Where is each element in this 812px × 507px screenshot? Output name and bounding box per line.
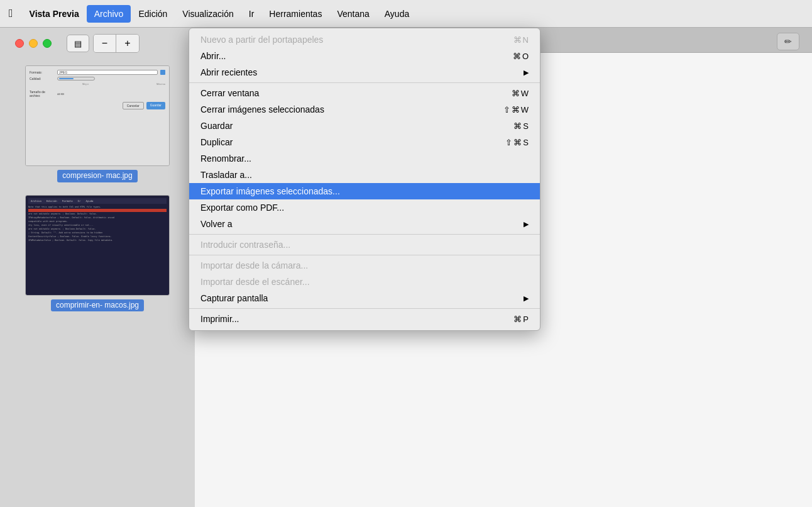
menu-item-trasladar-label: Trasladar a... [200, 170, 252, 180]
menu-item-imprimir[interactable]: Imprimir... ⌘P [189, 311, 540, 327]
separator-4 [189, 308, 540, 309]
thumbnails-panel: Formato: JPEG Calidad: Mejor [0, 59, 195, 507]
menu-item-nuevo-shortcut: ⌘N [513, 35, 529, 45]
menu-item-abrir-label: Abrir... [200, 51, 226, 61]
apple-menu[interactable]:  [0, 7, 22, 20]
menu-item-importar-camara[interactable]: Importar desde la cámara... [189, 257, 540, 274]
menu-item-cerrar-imagenes-label: Cerrar imágenes seleccionadas [200, 104, 324, 114]
menubar-item-visualizacion[interactable]: Visualización [175, 5, 241, 23]
menu-item-abrir-shortcut: ⌘O [513, 52, 529, 61]
menu-item-importar-camara-label: Importar desde la cámara... [200, 260, 308, 270]
archivo-dropdown-menu: Nuevo a partir del portapapeles ⌘N Abrir… [189, 28, 540, 331]
thumb-label-1: compresion- mac.jpg [57, 170, 137, 182]
thumb-label-2: comprimir-en- macos.jpg [51, 299, 144, 312]
menu-item-volver[interactable]: Volver a ▶ [189, 216, 540, 232]
menubar:  Vista Previa Archivo Edición Visualiza… [0, 0, 812, 28]
submenu-volver-arrow-icon: ▶ [524, 220, 529, 228]
zoom-controls: − + [93, 34, 140, 53]
menu-item-imprimir-label: Imprimir... [200, 314, 239, 324]
menu-item-nuevo-label: Nuevo a partir del portapapeles [200, 35, 323, 45]
menu-item-abrir-recientes-label: Abrir recientes [200, 67, 257, 77]
menubar-item-herramientas[interactable]: Herramientas [261, 5, 329, 23]
sidebar-toggle-icon: ▤ [74, 39, 82, 48]
menu-item-volver-label: Volver a [200, 219, 233, 229]
submenu-capturar-arrow-icon: ▶ [524, 294, 529, 303]
menu-item-duplicar-shortcut: ⇧⌘S [505, 138, 529, 147]
menu-item-exportar-pdf[interactable]: Exportar como PDF... [189, 199, 540, 216]
sidebar: ▤ − + Formato: [0, 28, 195, 507]
menu-item-imprimir-shortcut: ⌘P [513, 315, 529, 324]
menu-item-trasladar[interactable]: Trasladar a... [189, 167, 540, 183]
menu-item-cerrar-imagenes-shortcut: ⇧⌘W [503, 105, 529, 114]
zoom-in-icon: + [124, 38, 130, 49]
menu-item-cerrar-ventana[interactable]: Cerrar ventana ⌘W [189, 85, 540, 101]
menu-item-guardar-label: Guardar [200, 121, 233, 131]
menu-item-contrasena-label: Introducir contraseña... [200, 240, 290, 250]
menubar-item-ayuda[interactable]: Ayuda [377, 5, 417, 23]
menu-item-importar-escaner-label: Importar desde el escáner... [200, 277, 310, 287]
traffic-lights [6, 39, 60, 48]
zoom-out-button[interactable]: − [94, 35, 116, 52]
menu-item-abrir[interactable]: Abrir... ⌘O [189, 48, 540, 64]
menubar-item-ventana[interactable]: Ventana [329, 5, 376, 23]
menu-item-duplicar[interactable]: Duplicar ⇧⌘S [189, 134, 540, 150]
menubar-item-vistaprevia[interactable]: Vista Previa [22, 5, 87, 23]
menubar-item-ir[interactable]: Ir [241, 5, 262, 23]
menu-item-duplicar-label: Duplicar [200, 137, 233, 147]
separator-1 [189, 82, 540, 83]
menu-item-exportar-imagenes-label: Exportar imágenes seleccionadas... [200, 186, 340, 196]
thumbnail-compresion-mac[interactable]: Formato: JPEG Calidad: Mejor [25, 65, 170, 182]
pencil-icon[interactable]: ✏ [784, 36, 792, 47]
menu-item-renombrar-label: Renombrar... [200, 153, 251, 164]
menu-item-exportar-pdf-label: Exportar como PDF... [200, 203, 284, 213]
minimize-button[interactable] [29, 39, 38, 48]
menu-item-contrasena[interactable]: Introducir contraseña... [189, 237, 540, 253]
menu-item-guardar[interactable]: Guardar ⌘S [189, 118, 540, 134]
thumb-image-1: Formato: JPEG Calidad: Mejor [25, 65, 170, 166]
zoom-in-button[interactable]: + [116, 35, 139, 52]
menu-item-guardar-shortcut: ⌘S [513, 121, 529, 131]
menu-item-abrir-recientes[interactable]: Abrir recientes ▶ [189, 64, 540, 81]
menu-item-cerrar-imagenes[interactable]: Cerrar imágenes seleccionadas ⇧⌘W [189, 101, 540, 118]
thumb-image-2: ArchivoEdiciónFormatoIrAyuda Note that t… [25, 195, 170, 296]
menu-item-importar-escaner[interactable]: Importar desde el escáner... [189, 274, 540, 290]
menu-item-cerrar-ventana-label: Cerrar ventana [200, 88, 259, 98]
close-button[interactable] [15, 39, 24, 48]
zoom-out-icon: − [102, 38, 107, 49]
separator-3 [189, 255, 540, 255]
menubar-item-edicion[interactable]: Edición [131, 5, 175, 23]
menu-item-exportar-imagenes[interactable]: Exportar imágenes seleccionadas... [189, 183, 540, 199]
menu-item-capturar-label: Capturar pantalla [200, 293, 268, 303]
menu-item-cerrar-ventana-shortcut: ⌘W [512, 89, 529, 98]
maximize-button[interactable] [43, 39, 52, 48]
menu-item-renombrar[interactable]: Renombrar... [189, 150, 540, 167]
sidebar-toggle-button[interactable]: ▤ [67, 35, 89, 52]
submenu-arrow-icon: ▶ [524, 69, 529, 77]
menubar-item-archivo[interactable]: Archivo [87, 5, 131, 23]
thumbnail-comprimir-en-macos[interactable]: ArchivoEdiciónFormatoIrAyuda Note that t… [25, 195, 170, 312]
separator-2 [189, 234, 540, 235]
menu-item-capturar[interactable]: Capturar pantalla ▶ [189, 290, 540, 306]
menu-item-nuevo[interactable]: Nuevo a partir del portapapeles ⌘N [189, 31, 540, 48]
